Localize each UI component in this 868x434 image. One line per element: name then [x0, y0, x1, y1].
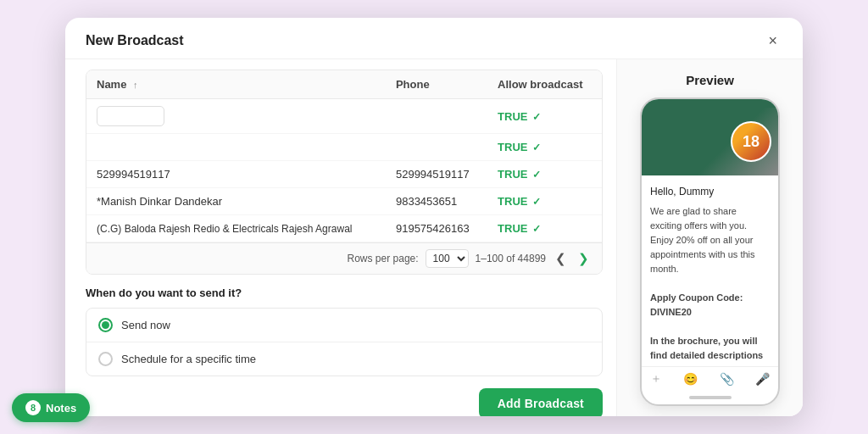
check-icon: ✓ — [532, 196, 541, 208]
cell-allow-broadcast: TRUE ✓ — [487, 188, 602, 215]
check-icon: ✓ — [532, 169, 541, 181]
send-now-option[interactable]: Send now — [86, 309, 602, 342]
sort-icon[interactable]: ↑ — [133, 80, 138, 90]
schedule-radio[interactable] — [98, 352, 113, 366]
phone-bottom-bar: ＋ 😊 📎 🎤 — [642, 366, 778, 392]
table-row: (C.G) Baloda Rajesh Redio & Electricals … — [86, 215, 602, 242]
mic-icon: 🎤 — [755, 372, 770, 386]
rows-per-page-select[interactable]: 100 50 25 — [426, 249, 469, 268]
add-broadcast-button[interactable]: Add Broadcast — [479, 388, 603, 416]
badge-label: Notes — [46, 402, 76, 415]
check-icon: ✓ — [532, 111, 541, 123]
next-page-button[interactable]: ❯ — [576, 251, 592, 266]
phone-image-area: 18 — [642, 108, 778, 175]
cell-allow-broadcast: TRUE ✓ — [487, 134, 602, 161]
check-icon: ✓ — [532, 142, 541, 153]
phone-greeting: Hello, Dummy — [650, 184, 770, 199]
cell-name: *Manish Dinkar Dandekar — [86, 188, 386, 215]
float-badge[interactable]: 8 Notes — [12, 393, 90, 422]
schedule-option[interactable]: Schedule for a specific time — [86, 342, 602, 376]
phone-body-text: We are glad to share exciting offers wit… — [650, 204, 770, 366]
send-options: Send now Schedule for a specific time — [86, 308, 603, 376]
send-now-label: Send now — [121, 319, 170, 331]
contacts-table-container: Name ↑ Phone Allow broadcast — [86, 70, 603, 275]
table-scroll[interactable]: Name ↑ Phone Allow broadcast — [86, 70, 602, 242]
send-section: When do you want to send it? Send now Sc… — [86, 287, 603, 376]
radio-inner — [102, 321, 109, 329]
cell-allow-broadcast: TRUE ✓ — [487, 99, 602, 134]
col-name: Name ↑ — [86, 70, 386, 99]
attach-icon: 📎 — [720, 372, 734, 386]
phone-top-bar — [642, 99, 778, 108]
modal-overlay: New Broadcast × Name ↑ — [0, 0, 868, 434]
cell-phone: 529994519117 — [386, 161, 487, 188]
contacts-table: Name ↑ Phone Allow broadcast — [86, 70, 602, 242]
add-btn-row: Add Broadcast — [86, 388, 603, 416]
search-input[interactable] — [97, 106, 164, 126]
cell-phone: 9833453651 — [386, 188, 487, 215]
send-now-radio[interactable] — [98, 318, 113, 332]
col-phone: Phone — [386, 70, 487, 99]
modal-body: Name ↑ Phone Allow broadcast — [65, 59, 803, 416]
emoji-icon: 😊 — [683, 372, 698, 386]
coupon-label: Apply Coupon Code: DIVINE20 — [650, 292, 743, 317]
phone-mockup: 18 Hello, Dummy We are glad to share exc… — [640, 97, 780, 406]
modal-header: New Broadcast × — [65, 18, 803, 59]
brochure-text: In the brochure, you will find detailed … — [650, 336, 765, 366]
rows-per-page-label: Rows per page: — [348, 253, 419, 264]
cell-allow-broadcast: TRUE ✓ — [487, 215, 602, 242]
cell-name — [86, 134, 386, 161]
cell-name — [86, 99, 386, 134]
phone-img-circle: 18 — [731, 121, 771, 162]
right-panel: Preview 18 Hello, Dummy We are glad to s… — [616, 59, 803, 416]
phone-content: Hello, Dummy We are glad to share exciti… — [642, 175, 778, 366]
prev-page-button[interactable]: ❮ — [553, 251, 569, 266]
cell-phone: 919575426163 — [386, 215, 487, 242]
close-button[interactable]: × — [763, 31, 782, 50]
cell-allow-broadcast: TRUE ✓ — [487, 161, 602, 188]
table-row: *Manish Dinkar Dandekar 9833453651 TRUE … — [86, 188, 602, 215]
table-header-row: Name ↑ Phone Allow broadcast — [86, 70, 602, 99]
preview-title: Preview — [686, 73, 734, 87]
cell-phone — [386, 99, 487, 134]
cell-phone — [386, 134, 487, 161]
check-icon: ✓ — [532, 223, 541, 235]
col-allow-broadcast: Allow broadcast — [487, 70, 602, 99]
cell-name: 529994519117 — [86, 161, 386, 188]
plus-icon: ＋ — [650, 371, 662, 387]
phone-home-bar — [689, 396, 732, 399]
table-row: TRUE ✓ — [86, 99, 602, 134]
img-label: 18 — [743, 133, 760, 151]
badge-count: 8 — [25, 400, 41, 415]
new-broadcast-modal: New Broadcast × Name ↑ — [65, 18, 803, 416]
table-row: TRUE ✓ — [86, 134, 602, 161]
table-row: 529994519117 529994519117 TRUE ✓ — [86, 161, 602, 188]
cell-name: (C.G) Baloda Rajesh Redio & Electricals … — [86, 215, 386, 242]
table-footer: Rows per page: 100 50 25 1–100 of 44899 … — [86, 242, 602, 274]
send-label: When do you want to send it? — [86, 287, 603, 299]
modal-title: New Broadcast — [86, 33, 184, 48]
left-panel: Name ↑ Phone Allow broadcast — [65, 59, 616, 416]
schedule-label: Schedule for a specific time — [121, 353, 256, 365]
pagination-info: 1–100 of 44899 — [476, 253, 546, 264]
